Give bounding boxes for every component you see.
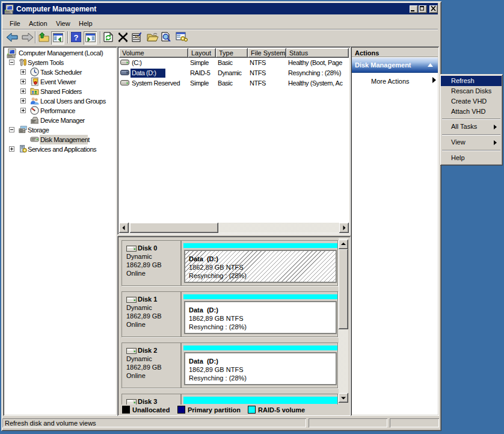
svg-text:?: ? <box>74 33 79 42</box>
